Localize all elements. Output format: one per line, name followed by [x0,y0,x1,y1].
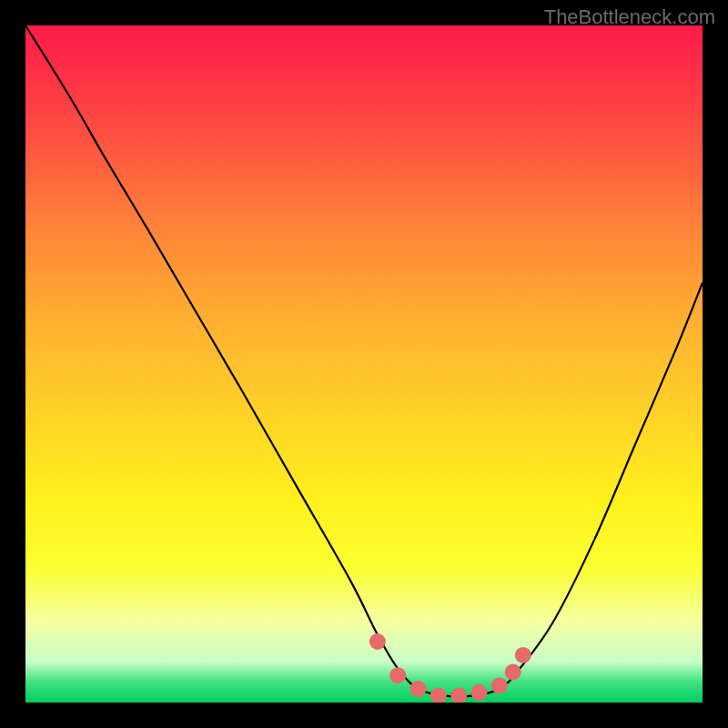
black-frame-border [0,0,728,728]
watermark-text: TheBottleneck.com [544,5,715,29]
